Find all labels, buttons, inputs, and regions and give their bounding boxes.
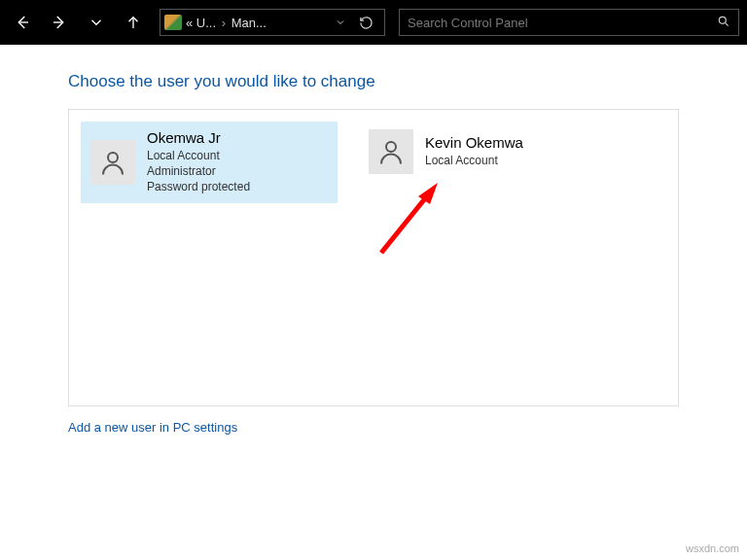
- user-card[interactable]: Okemwa Jr Local Account Administrator Pa…: [81, 122, 338, 203]
- address-bar[interactable]: « U... › Man...: [160, 9, 385, 36]
- address-dropdown[interactable]: [334, 17, 347, 28]
- svg-point-6: [386, 142, 396, 152]
- user-type: Local Account: [147, 148, 250, 163]
- svg-point-5: [108, 153, 118, 162]
- content: Choose the user you would like to change…: [0, 45, 747, 435]
- back-button[interactable]: [6, 5, 39, 40]
- breadcrumb: « U... › Man...: [186, 16, 330, 30]
- add-user-link[interactable]: Add a new user in PC settings: [68, 420, 706, 435]
- svg-point-3: [719, 17, 726, 23]
- page-title: Choose the user you would like to change: [68, 72, 706, 91]
- user-list-panel: Okemwa Jr Local Account Administrator Pa…: [68, 109, 679, 406]
- user-name: Kevin Okemwa: [425, 134, 523, 151]
- search-input[interactable]: Search Control Panel: [399, 9, 739, 36]
- user-icon: [90, 140, 135, 185]
- user-role: Administrator: [147, 163, 250, 179]
- titlebar: « U... › Man... Search Control Panel: [0, 0, 747, 45]
- watermark: wsxdn.com: [686, 542, 739, 554]
- user-name: Okemwa Jr: [147, 129, 250, 146]
- user-accounts-icon: [164, 15, 182, 30]
- breadcrumb-prefix: «: [186, 16, 193, 30]
- user-pw: Password protected: [147, 179, 250, 194]
- up-button[interactable]: [117, 5, 150, 40]
- user-info: Okemwa Jr Local Account Administrator Pa…: [147, 129, 250, 195]
- recent-button[interactable]: [80, 5, 113, 40]
- breadcrumb-crumb: Man...: [231, 16, 267, 30]
- user-info: Kevin Okemwa Local Account: [425, 134, 523, 168]
- chevron-right-icon: ›: [222, 16, 226, 30]
- user-icon: [369, 129, 413, 174]
- breadcrumb-crumb: U...: [196, 16, 216, 30]
- user-card[interactable]: Kevin Okemwa Local Account: [359, 122, 616, 182]
- user-type: Local Account: [425, 153, 523, 168]
- search-placeholder: Search Control Panel: [408, 16, 717, 30]
- forward-button[interactable]: [43, 5, 76, 40]
- search-icon: [717, 15, 730, 31]
- refresh-button[interactable]: [351, 16, 380, 30]
- svg-line-4: [725, 22, 728, 25]
